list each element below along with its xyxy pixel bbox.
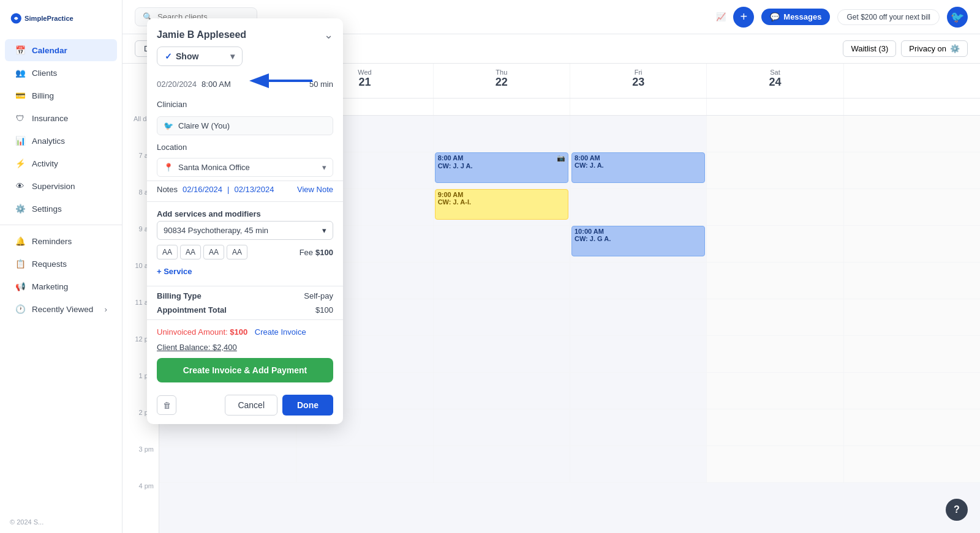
hour-thu-4[interactable] [434, 446, 570, 483]
hour-sat-8[interactable] [707, 152, 843, 189]
check-icon: ✓ [165, 51, 172, 61]
sidebar-item-insurance[interactable]: 🛡 Insurance [5, 107, 117, 129]
hour-thu-12[interactable] [434, 299, 570, 336]
hour-thu-1[interactable] [434, 336, 570, 373]
services-label: Add services and modifiers [147, 204, 343, 221]
hour-sat-10[interactable] [707, 226, 843, 263]
bell-icon: 🔔 [15, 236, 26, 247]
show-dropdown[interactable]: ✓ Show ▾ [157, 47, 243, 66]
location-row[interactable]: 📍 Santa Monica Office ▾ [157, 158, 333, 177]
date-value: 02/20/2024 [157, 80, 197, 89]
divider1 [147, 181, 343, 181]
hour-thu-3[interactable] [434, 409, 570, 446]
hour-fri-10[interactable]: 10:00 AM CW: J. G A. [570, 226, 706, 263]
topbar-right: 📈 + 💬 Messages Get $200 off your next bi… [716, 7, 968, 28]
done-button[interactable]: Done [282, 395, 333, 416]
messages-button[interactable]: 💬 Messages [761, 9, 830, 25]
hour-wed-4[interactable] [296, 446, 432, 483]
hour-thu-2[interactable] [434, 373, 570, 409]
add-service-button[interactable]: + Service [147, 264, 343, 283]
sidebar-item-reminders[interactable]: 🔔 Reminders [5, 230, 117, 252]
hour-fri-1[interactable] [570, 336, 706, 373]
hour-tue-4[interactable] [160, 446, 296, 483]
all-day-thu [433, 99, 570, 115]
modifier-row: AA AA AA AA Fee $100 [147, 245, 343, 264]
hour-fri-4[interactable] [570, 446, 706, 483]
all-day-fri [570, 99, 706, 115]
create-invoice-payment-button[interactable]: Create Invoice & Add Payment [157, 358, 333, 382]
promo-banner: Get $200 off your next bill [837, 9, 940, 25]
sidebar-item-recently-viewed[interactable]: 🕐 Recently Viewed › [5, 298, 117, 320]
sidebar-item-billing[interactable]: 💳 Billing [5, 84, 117, 106]
privacy-button[interactable]: Privacy on ⚙️ [901, 40, 968, 57]
hour-sat-9[interactable] [707, 189, 843, 226]
time-label-3pm: 3 pm [123, 443, 159, 480]
hour-fri-2[interactable] [570, 373, 706, 409]
avatar[interactable]: 🐦 [947, 7, 968, 28]
modifier-btn-1[interactable]: AA [157, 245, 178, 259]
hour-sat-3[interactable] [707, 409, 843, 446]
sidebar-item-settings[interactable]: ⚙️ Settings [5, 198, 117, 220]
waitlist-button[interactable]: Waitlist (3) [843, 40, 896, 57]
hour-fri-8[interactable]: 8:00 AM CW: J. A. [570, 152, 706, 189]
sidebar-item-calendar[interactable]: 📅 Calendar [5, 39, 117, 61]
sidebar: SimplePractice 📅 Calendar 👥 Clients 💳 Bi… [0, 0, 123, 533]
hour-thu-7[interactable] [434, 116, 570, 152]
divider3 [147, 286, 343, 286]
service-select[interactable]: 90834 Psychotherapy, 45 min ▾ [157, 221, 333, 240]
notes-date1[interactable]: 02/16/2024 [183, 185, 222, 194]
uninvoiced-label: Uninvoiced Amount: [157, 327, 228, 337]
settings-icon: ⚙️ [15, 203, 26, 214]
add-button[interactable]: + [733, 7, 754, 28]
modifier-btn-4[interactable]: AA [227, 245, 247, 259]
hour-sat-2[interactable] [707, 373, 843, 409]
hour-sat-4[interactable] [707, 446, 843, 483]
hour-sat-7[interactable] [707, 116, 843, 152]
footer-actions: Cancel Done [225, 395, 333, 416]
cancel-button[interactable]: Cancel [225, 395, 277, 416]
day-col-extra [843, 116, 980, 483]
notes-date2[interactable]: 02/13/2024 [234, 185, 274, 194]
uninvoiced-amount: $100 [230, 327, 247, 337]
event-fri-8am[interactable]: 8:00 AM CW: J. A. [571, 152, 705, 183]
hour-fri-7[interactable] [570, 116, 706, 152]
hour-sat-12[interactable] [707, 299, 843, 336]
people-icon: 👥 [15, 67, 26, 78]
activity-icon: ⚡ [15, 158, 26, 169]
modifier-btn-2[interactable]: AA [180, 245, 201, 259]
sidebar-item-marketing[interactable]: 📢 Marketing [5, 275, 117, 297]
day-col-thu: 8:00 AM 📷 CW: J. J A. 9:00 AM CW: J. A-I… [433, 116, 570, 483]
all-day-sat [706, 99, 843, 115]
modal-footer: 🗑 Cancel Done [147, 389, 343, 424]
hour-fri-11[interactable] [570, 263, 706, 299]
event-thu-9am[interactable]: 9:00 AM CW: J. A-I. [435, 189, 568, 220]
hour-fri-3[interactable] [570, 409, 706, 446]
delete-button[interactable]: 🗑 [157, 395, 176, 415]
event-fri-10am[interactable]: 10:00 AM CW: J. G A. [571, 226, 705, 256]
hour-fri-9[interactable] [570, 189, 706, 226]
hour-thu-8[interactable]: 8:00 AM 📷 CW: J. J A. [434, 152, 570, 189]
hour-sat-1[interactable] [707, 336, 843, 373]
create-invoice-link[interactable]: Create Invoice [255, 327, 306, 337]
hour-thu-10[interactable] [434, 226, 570, 263]
modal-header: Jamie B Appleseed ⌄ [147, 18, 343, 47]
clinician-section-label: Clinician [147, 99, 343, 113]
sidebar-item-activity[interactable]: ⚡ Activity [5, 152, 117, 174]
clinician-name: Claire W (You) [178, 121, 230, 130]
hour-thu-9[interactable]: 9:00 AM CW: J. A-I. [434, 189, 570, 226]
hour-thu-11[interactable] [434, 263, 570, 299]
sidebar-item-analytics[interactable]: 📊 Analytics [5, 130, 117, 152]
help-button[interactable]: ? [946, 499, 968, 521]
sidebar-item-requests[interactable]: 📋 Requests [5, 253, 117, 275]
modifier-btn-3[interactable]: AA [203, 245, 224, 259]
modal-chevron-icon[interactable]: ⌄ [324, 28, 333, 42]
view-note-link[interactable]: View Note [297, 185, 333, 194]
appointment-modal: Jamie B Appleseed ⌄ ✓ Show ▾ 02/20/2024 … [147, 18, 343, 424]
hour-fri-12[interactable] [570, 299, 706, 336]
sidebar-item-supervision[interactable]: 👁 Supervision [5, 175, 117, 197]
client-balance[interactable]: Client Balance: $2,400 [147, 341, 343, 358]
all-day-extra [843, 99, 980, 115]
event-thu-8am[interactable]: 8:00 AM 📷 CW: J. J A. [435, 152, 568, 183]
hour-sat-11[interactable] [707, 263, 843, 299]
sidebar-item-clients[interactable]: 👥 Clients [5, 62, 117, 84]
